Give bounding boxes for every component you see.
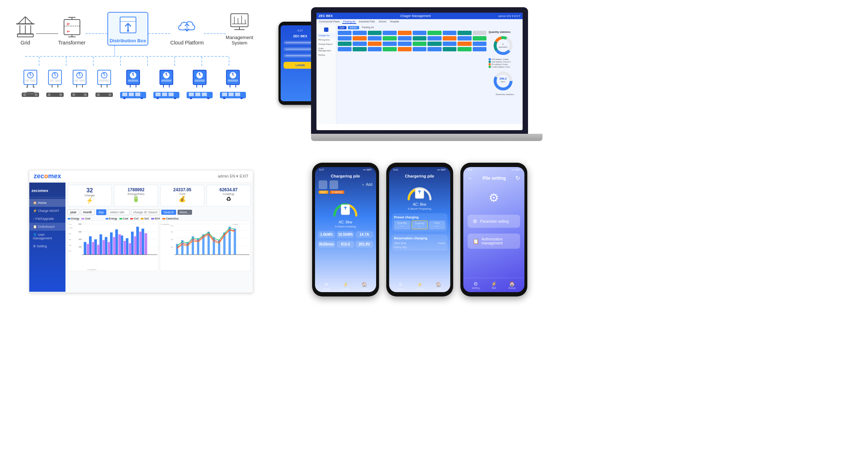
energy-icon: 🔋 (132, 196, 140, 202)
svg-rect-108 (222, 93, 227, 96)
spot-20 (473, 36, 486, 40)
spot-38 (443, 47, 456, 51)
tab-industrial[interactable]: Industrial Park (358, 20, 376, 24)
qty-legend-3: 20 without Count (489, 63, 521, 65)
phone-1-time: 9:27 (319, 168, 324, 171)
svg-text:Coal(kg): Coal(kg) (232, 223, 238, 225)
info-2-3: 201.9V (356, 241, 373, 248)
qty-legend-4: 0 with battery Conn (489, 66, 521, 68)
cm-left-report[interactable]: Charge Report (316, 42, 336, 46)
spot-36 (413, 47, 426, 51)
filter-day-btn[interactable]: day (96, 209, 107, 215)
qty-stats-title: Quantity statistics (489, 31, 521, 33)
spot-22 (353, 42, 366, 46)
spot-29 (458, 42, 471, 46)
preset-opt-2[interactable]: Capacity — (412, 221, 428, 229)
svg-point-51 (59, 93, 62, 96)
add-label[interactable]: ＋ Add (361, 182, 372, 187)
filter-month-btn[interactable]: month (81, 209, 95, 215)
arch-v-drop-8 (229, 57, 229, 66)
tab-hospital[interactable]: Hospital (389, 20, 400, 24)
preset-opt-1[interactable]: Quantity — (394, 221, 410, 229)
cm-left-setting[interactable]: Setting (316, 53, 336, 57)
sidebar-item-fw[interactable]: ↑ FW/Upgrade (29, 215, 65, 223)
setting-icon-2: ⚙ (399, 282, 403, 287)
svg-rect-142 (92, 242, 94, 255)
bottom-setting[interactable]: ⚙ Setting (323, 282, 330, 290)
cm-left-order[interactable]: Order Management (316, 46, 336, 53)
svg-rect-130 (89, 236, 92, 255)
subtab-day[interactable]: DAY (338, 26, 346, 29)
charge-id-input[interactable] (131, 209, 160, 215)
bottom-setting-2[interactable]: ⚙ Setting (397, 282, 404, 290)
svg-rect-143 (97, 245, 100, 255)
pile-menu-auth[interactable]: 📋 Authorization management (468, 234, 520, 249)
form-line-2 (286, 49, 315, 50)
start-time-label: Start time (394, 242, 407, 245)
dashboard-header: zecomex admin EN ▾ EXIT (29, 170, 253, 183)
bottom-home[interactable]: 🏠 House (361, 282, 367, 290)
pile-menu-param[interactable]: ⚙ Parameter setting (468, 215, 520, 228)
tab-parking[interactable]: Parking lot (342, 20, 356, 24)
cm-left-pm[interactable]: PM log time (316, 38, 336, 42)
svg-rect-45 (50, 80, 54, 82)
legend-cost-label: Cost (85, 217, 90, 220)
search-button[interactable]: Search (161, 210, 176, 215)
close-btn[interactable]: Close (438, 242, 445, 245)
sidebar-item-setting[interactable]: ⚙ Setting (29, 242, 65, 250)
back-icon[interactable]: ← (468, 175, 473, 181)
spot-18 (443, 36, 456, 40)
nav-house-icon: 🏠 (509, 281, 516, 287)
badge-fast: FAST (319, 191, 329, 194)
spot-1 (338, 31, 352, 35)
pile-bottom-nav: ⚙ Setting ⚡ Bolt 🏠 House (463, 278, 524, 292)
svg-text:Energy(kWh): Energy(kWh) (88, 269, 97, 270)
pile-nav-house[interactable]: 🏠 House (509, 281, 516, 289)
stat-charger: 32 Charger ⚡ (68, 185, 112, 206)
subtab-week[interactable]: WEEK (348, 26, 359, 29)
sidebar-item-home[interactable]: 🏠 Home (29, 199, 65, 207)
nav-bolt-icon: ⚡ (491, 281, 497, 287)
charger-unit-4 (95, 69, 114, 99)
more-button[interactable]: More... (178, 210, 192, 215)
legend-nox-dot (151, 218, 154, 219)
laptop-base (311, 134, 542, 141)
phone-3-time: 9:41 (468, 168, 473, 171)
bottom-charge-2[interactable]: ⚡ Charge (416, 282, 424, 290)
charger-unit-7 (186, 69, 213, 99)
gauge-sub: 9.0kw/h Heating (315, 225, 376, 228)
bottom-home-2[interactable]: 🏠 House (435, 282, 442, 290)
coal-icon: ♻ (226, 196, 231, 202)
svg-rect-22 (231, 14, 248, 27)
cm-app-header: ZEC BEX Chager Management admin EN ▾ EXI… (316, 13, 523, 19)
cm-main-content: DAY WEEK Parking lot (336, 25, 523, 124)
arch-node-distbox: Distribution Box (107, 12, 148, 46)
preset-opt-3[interactable]: Time — (429, 221, 445, 229)
phone-2-gauge-sub: 8.0kw/h Preparing (389, 207, 450, 210)
devices-top-section: 9:27 ZEC BEX LOGIN ZEC BEX (278, 7, 542, 155)
pile-nav-bolt[interactable]: ⚡ Bolt (491, 281, 497, 289)
legend-co2-dot (130, 218, 133, 219)
filter-year-btn[interactable]: year (68, 209, 79, 215)
charger-unit-1 (21, 69, 40, 99)
arch-connector-4 (204, 33, 226, 34)
phone-device-3: 9:41 ▪▪▪ WiFi ← Pile setting ↻ ⚙ ⚙ Param… (460, 163, 527, 296)
refresh-icon[interactable]: ↻ (515, 175, 520, 181)
cm-left-charger[interactable]: Charger list (316, 33, 336, 38)
bottom-charge[interactable]: ⚡ Charge (342, 282, 349, 290)
auth-label: Authorization management (482, 237, 515, 245)
svg-text:256.2: 256.2 (499, 77, 507, 80)
sidebar-item-charge[interactable]: ⚡ Charge MGMT (29, 207, 65, 215)
select-site-input[interactable] (108, 209, 129, 215)
svg-text:1,000: 1,000 (69, 227, 73, 229)
pile-nav-setting[interactable]: ⚙ Setting (472, 281, 480, 289)
param-label: Parameter setting (480, 219, 509, 223)
home-icon-2: 🏠 (436, 282, 441, 287)
spot-14 (383, 36, 396, 40)
sidebar-item-user[interactable]: 👤 User management (29, 231, 65, 242)
tab-commercial[interactable]: Commercial Plaza (318, 20, 341, 24)
sidebar-item-order[interactable]: 📋 Orderboard (29, 223, 65, 231)
cm-title: Chager Management (400, 14, 431, 18)
cm-sub-tabs: DAY WEEK Parking lot (338, 26, 521, 29)
tab-school[interactable]: School (378, 20, 387, 24)
